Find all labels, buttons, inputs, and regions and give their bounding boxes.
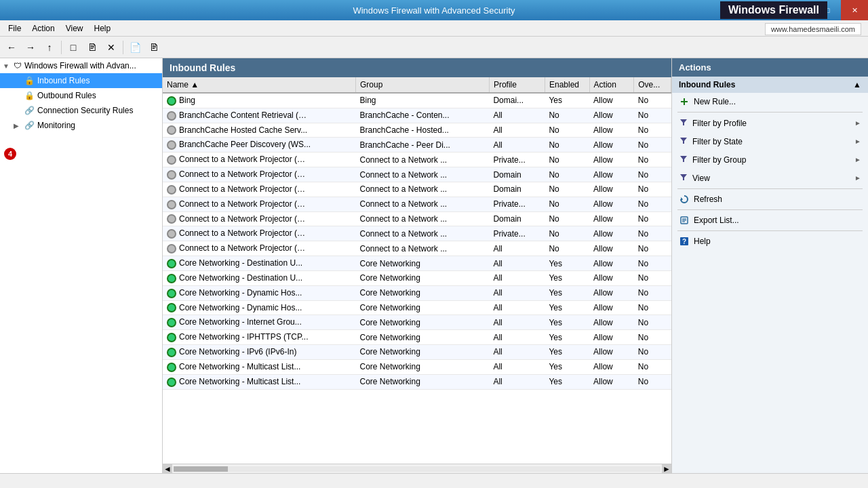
sidebar-item-inbound-rules[interactable]: 🔒 Inbound Rules <box>0 73 162 88</box>
rule-profile: Domain <box>489 167 545 182</box>
table-row[interactable]: Core Networking - Internet Grou...Core N… <box>163 315 671 330</box>
menu-file[interactable]: File <box>3 22 26 35</box>
rule-action: Allow <box>589 197 634 211</box>
action-item-new-rule-[interactable]: New Rule... <box>672 93 868 110</box>
rule-enabled: No <box>545 108 589 123</box>
h-scrollbar-track[interactable] <box>174 466 660 472</box>
action-item-help[interactable]: ?Help <box>672 232 868 250</box>
rule-group: Connect to a Network ... <box>355 152 489 167</box>
table-row[interactable]: Connect to a Network Projector (…Connect… <box>163 167 671 182</box>
rule-group: BranchCache - Conten... <box>355 108 489 123</box>
rule-override: No <box>634 345 671 360</box>
rule-profile: All <box>489 315 545 330</box>
table-row[interactable]: BranchCache Hosted Cache Serv...BranchCa… <box>163 123 671 138</box>
status-bar <box>0 473 868 488</box>
filter-icon <box>679 117 688 129</box>
action-item-export-list-[interactable]: Export List... <box>672 211 868 229</box>
sidebar-item-monitoring[interactable]: ▶ 🔗 Monitoring <box>0 118 162 133</box>
rule-profile: All <box>489 359 545 374</box>
menu-action[interactable]: Action <box>26 22 60 35</box>
menu-help[interactable]: Help <box>89 22 117 35</box>
rule-group: Core Networking <box>355 330 489 345</box>
rule-override: No <box>634 374 671 389</box>
rules-table-container[interactable]: Name ▲ Group Profile Enabled Action Ove.… <box>163 77 671 464</box>
col-header-profile[interactable]: Profile <box>489 77 545 93</box>
table-row[interactable]: Connect to a Network Projector (…Connect… <box>163 152 671 167</box>
table-row[interactable]: Core Networking - Multicast List...Core … <box>163 374 671 389</box>
rule-status-icon <box>167 303 176 312</box>
table-row[interactable]: Core Networking - Destination U...Core N… <box>163 256 671 271</box>
col-header-override[interactable]: Ove... <box>634 77 671 93</box>
scroll-left[interactable]: ◄ <box>163 464 172 474</box>
table-row[interactable]: Connect to a Network Projector (…Connect… <box>163 211 671 226</box>
table-row[interactable]: Connect to a Network Projector (…Connect… <box>163 226 671 241</box>
rule-enabled: No <box>545 123 589 138</box>
help-icon: ? <box>679 236 690 247</box>
rule-name: Bing <box>179 96 195 105</box>
col-header-name[interactable]: Name ▲ <box>163 77 355 93</box>
rule-profile: All <box>489 123 545 138</box>
rule-status-icon <box>167 289 176 298</box>
rule-action: Allow <box>589 93 634 108</box>
rules-table: Name ▲ Group Profile Enabled Action Ove.… <box>163 77 671 390</box>
col-header-group[interactable]: Group <box>355 77 489 93</box>
action-separator <box>677 209 863 210</box>
table-row[interactable]: Connect to a Network Projector (…Connect… <box>163 182 671 197</box>
toolbar: ← → ↑ □ 🖹 ✕ 📄 🖹 <box>0 37 868 58</box>
close-button[interactable]: ✕ <box>841 0 868 20</box>
rule-profile: All <box>489 374 545 389</box>
table-row[interactable]: Core Networking - Multicast List...Core … <box>163 359 671 374</box>
back-button[interactable]: ← <box>3 39 20 56</box>
table-row[interactable]: BingBingDomai...YesAllowNo <box>163 93 671 108</box>
rule-status-icon <box>167 140 176 150</box>
action-item-refresh[interactable]: Refresh <box>672 190 868 208</box>
new-button[interactable]: 📄 <box>126 39 144 56</box>
rule-profile: Domai... <box>489 93 545 108</box>
h-scrollbar-thumb[interactable] <box>174 466 228 472</box>
action-item-filter-by-profile[interactable]: Filter by Profile► <box>672 114 868 132</box>
sidebar-item-connection-security[interactable]: 🔗 Connection Security Rules <box>0 103 162 118</box>
col-header-enabled[interactable]: Enabled <box>545 77 589 93</box>
h-scrollbar[interactable]: ◄ ► <box>163 464 671 473</box>
rule-enabled: Yes <box>545 93 589 108</box>
table-row[interactable]: Connect to a Network Projector (…Connect… <box>163 197 671 211</box>
action-item-view[interactable]: View► <box>672 169 868 187</box>
menu-view[interactable]: View <box>60 22 89 35</box>
action-item-filter-by-state[interactable]: Filter by State► <box>672 132 868 150</box>
submenu-arrow-icon: ► <box>854 138 861 145</box>
export-button[interactable]: 🖹 <box>145 39 163 56</box>
forward-button[interactable]: → <box>22 39 39 56</box>
table-row[interactable]: Core Networking - Dynamic Hos...Core Net… <box>163 285 671 300</box>
delete-button[interactable]: ✕ <box>102 39 120 56</box>
col-header-action[interactable]: Action <box>589 77 634 93</box>
table-row[interactable]: Core Networking - IPHTTPS (TCP...Core Ne… <box>163 330 671 345</box>
rule-enabled: Yes <box>545 285 589 300</box>
sidebar-root[interactable]: ▼ 🛡 Windows Firewall with Advan... <box>0 58 162 73</box>
collapse-icon: ▲ <box>853 80 861 89</box>
scroll-right[interactable]: ► <box>662 464 671 474</box>
table-row[interactable]: Core Networking - IPv6 (IPv6-In)Core Net… <box>163 345 671 360</box>
table-row[interactable]: Core Networking - Dynamic Hos...Core Net… <box>163 300 671 315</box>
show-hide-button[interactable]: □ <box>64 39 82 56</box>
properties-button[interactable]: 🖹 <box>83 39 101 56</box>
table-row[interactable]: BranchCache Content Retrieval (…BranchCa… <box>163 108 671 123</box>
actions-header: Actions <box>672 58 868 77</box>
rule-enabled: No <box>545 167 589 182</box>
actions-section-title[interactable]: Inbound Rules ▲ <box>672 77 868 93</box>
rule-status-icon <box>167 363 176 372</box>
up-button[interactable]: ↑ <box>41 39 58 56</box>
table-row[interactable]: Connect to a Network Projector (…Connect… <box>163 241 671 256</box>
svg-rect-1 <box>684 98 685 105</box>
action-item-filter-by-group[interactable]: Filter by Group► <box>672 150 868 169</box>
rule-status-icon <box>167 318 176 327</box>
rule-profile: All <box>489 330 545 345</box>
sidebar-root-label: Windows Firewall with Advan... <box>24 61 136 70</box>
action-label: Help <box>694 237 711 246</box>
table-row[interactable]: Core Networking - Destination U...Core N… <box>163 270 671 285</box>
rule-action: Allow <box>589 374 634 389</box>
table-row[interactable]: BranchCache Peer Discovery (WS...BranchC… <box>163 138 671 152</box>
rule-profile: Private... <box>489 197 545 211</box>
badge-4: 4 <box>4 148 16 160</box>
new-rule-icon <box>679 96 690 107</box>
sidebar-item-outbound-rules[interactable]: 🔒 Outbound Rules <box>0 88 162 103</box>
